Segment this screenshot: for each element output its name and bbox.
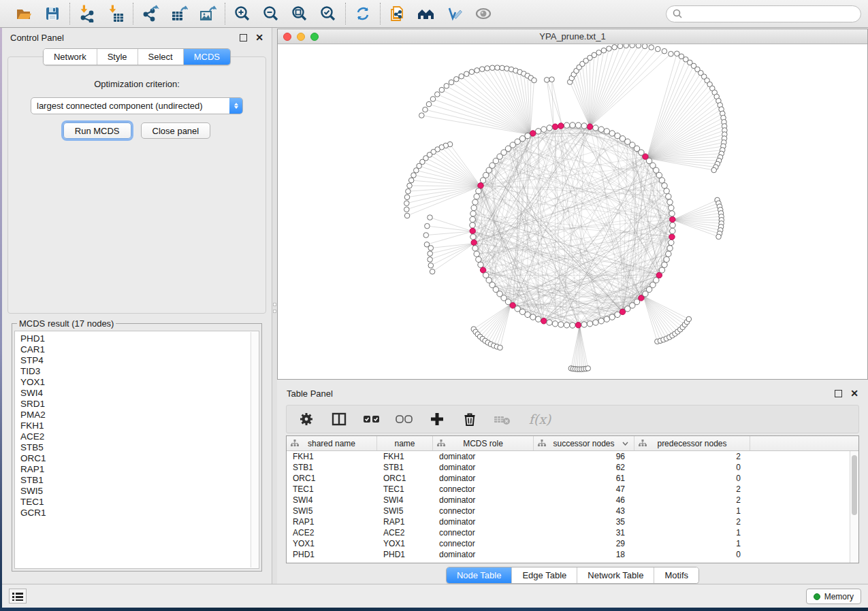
network-leaf-node[interactable] bbox=[495, 65, 500, 71]
node-table[interactable]: shared name name MCDS role successor nod… bbox=[286, 435, 859, 563]
network-node[interactable] bbox=[609, 131, 615, 136]
network-leaf-node[interactable] bbox=[435, 92, 440, 97]
network-leaf-node[interactable] bbox=[479, 67, 485, 72]
network-node[interactable] bbox=[670, 222, 675, 228]
network-node[interactable] bbox=[480, 178, 485, 183]
mcds-result-item[interactable]: RAP1 bbox=[20, 464, 253, 475]
mcds-result-item[interactable]: ORC1 bbox=[20, 453, 253, 464]
network-hub-node[interactable] bbox=[587, 124, 592, 129]
network-node[interactable] bbox=[615, 133, 620, 138]
network-leaf-node[interactable] bbox=[617, 44, 623, 49]
network-leaf-node[interactable] bbox=[407, 183, 413, 188]
network-node[interactable] bbox=[662, 183, 667, 188]
tab-style[interactable]: Style bbox=[97, 49, 138, 65]
network-leaf-node[interactable] bbox=[423, 233, 429, 238]
search-input[interactable] bbox=[686, 9, 854, 19]
network-leaf-node[interactable] bbox=[464, 71, 470, 77]
network-node[interactable] bbox=[470, 216, 475, 222]
network-hub-node[interactable] bbox=[530, 131, 536, 136]
mcds-result-item[interactable]: SWI4 bbox=[20, 388, 253, 399]
network-leaf-node[interactable] bbox=[428, 263, 434, 268]
network-leaf-node[interactable] bbox=[498, 345, 503, 350]
network-node[interactable] bbox=[564, 323, 569, 328]
network-leaf-node[interactable] bbox=[662, 48, 667, 54]
clone-network-icon[interactable] bbox=[387, 3, 408, 24]
apply-style-icon[interactable] bbox=[445, 3, 465, 24]
network-node[interactable] bbox=[604, 316, 609, 322]
network-node[interactable] bbox=[664, 257, 669, 262]
network-leaf-node[interactable] bbox=[426, 101, 432, 107]
mcds-result-item[interactable]: CAR1 bbox=[20, 344, 253, 355]
tab-select[interactable]: Select bbox=[138, 49, 183, 65]
export-image-icon[interactable] bbox=[197, 3, 218, 24]
network-leaf-node[interactable] bbox=[408, 178, 414, 183]
network-node[interactable] bbox=[593, 320, 598, 325]
network-node[interactable] bbox=[593, 125, 598, 131]
network-leaf-node[interactable] bbox=[636, 44, 641, 48]
network-leaf-node[interactable] bbox=[404, 213, 410, 218]
network-node[interactable] bbox=[570, 122, 575, 128]
network-node[interactable] bbox=[662, 262, 667, 267]
column-header-predecessor-nodes[interactable]: predecessor nodes bbox=[634, 436, 750, 450]
table-row[interactable]: SWI5SWI5connector431 bbox=[287, 506, 858, 516]
network-node[interactable] bbox=[476, 257, 481, 262]
add-column-icon[interactable] bbox=[428, 410, 446, 428]
tab-network[interactable]: Network bbox=[44, 49, 97, 65]
network-node[interactable] bbox=[604, 129, 609, 134]
network-leaf-node[interactable] bbox=[428, 257, 433, 263]
vertical-splitter[interactable] bbox=[272, 28, 277, 584]
network-leaf-node[interactable] bbox=[489, 65, 495, 71]
network-hub-node[interactable] bbox=[558, 123, 564, 129]
network-leaf-node[interactable] bbox=[686, 316, 692, 322]
column-header-shared-name[interactable]: shared name bbox=[287, 436, 377, 450]
zoom-out-icon[interactable] bbox=[261, 3, 281, 24]
network-leaf-node[interactable] bbox=[428, 215, 433, 220]
network-node[interactable] bbox=[667, 199, 673, 205]
network-graph[interactable] bbox=[278, 44, 867, 379]
network-node[interactable] bbox=[669, 205, 674, 210]
float-panel-icon[interactable] bbox=[240, 34, 247, 42]
import-network-icon[interactable] bbox=[77, 3, 97, 24]
network-leaf-node[interactable] bbox=[532, 78, 537, 83]
network-leaf-node[interactable] bbox=[444, 84, 449, 89]
network-leaf-node[interactable] bbox=[585, 366, 591, 371]
network-leaf-node[interactable] bbox=[549, 77, 555, 82]
split-panel-icon[interactable] bbox=[330, 410, 348, 428]
network-hub-node[interactable] bbox=[656, 272, 662, 278]
network-leaf-node[interactable] bbox=[711, 167, 717, 173]
network-leaf-node[interactable] bbox=[423, 107, 428, 112]
mcds-result-item[interactable]: TID3 bbox=[20, 366, 253, 377]
column-header-successor-nodes[interactable]: successor nodes bbox=[534, 436, 634, 450]
network-node[interactable] bbox=[474, 251, 479, 257]
mcds-result-item[interactable]: STP4 bbox=[20, 355, 253, 366]
network-node[interactable] bbox=[609, 314, 615, 320]
network-node[interactable] bbox=[575, 122, 581, 128]
network-window-titlebar[interactable]: YPA_prune.txt_1 bbox=[278, 29, 867, 44]
close-table-panel-icon[interactable]: ✕ bbox=[850, 389, 858, 398]
float-table-panel-icon[interactable] bbox=[835, 390, 842, 397]
deselect-all-checkboxes-icon[interactable] bbox=[396, 410, 413, 428]
network-leaf-node[interactable] bbox=[612, 45, 617, 50]
delete-column-icon[interactable] bbox=[461, 410, 479, 428]
network-leaf-node[interactable] bbox=[469, 69, 475, 75]
select-all-checkboxes-icon[interactable] bbox=[363, 410, 381, 428]
network-node[interactable] bbox=[547, 320, 552, 325]
network-leaf-node[interactable] bbox=[630, 44, 635, 48]
network-node[interactable] bbox=[476, 188, 481, 194]
table-row[interactable]: YOX1YOX1connector291 bbox=[287, 538, 858, 549]
network-leaf-node[interactable] bbox=[428, 251, 433, 257]
network-node[interactable] bbox=[470, 234, 476, 240]
table-row[interactable]: SWI4SWI4dominator462 bbox=[287, 495, 858, 506]
zoom-fit-icon[interactable] bbox=[289, 3, 310, 24]
home-networks-icon[interactable] bbox=[416, 3, 436, 24]
network-node[interactable] bbox=[530, 314, 536, 320]
network-node[interactable] bbox=[547, 125, 552, 131]
network-leaf-node[interactable] bbox=[430, 97, 436, 102]
network-hub-node[interactable] bbox=[552, 124, 558, 129]
network-node[interactable] bbox=[474, 194, 479, 199]
network-node[interactable] bbox=[536, 129, 541, 134]
network-leaf-node[interactable] bbox=[454, 77, 460, 82]
network-leaf-node[interactable] bbox=[601, 48, 607, 53]
network-leaf-node[interactable] bbox=[411, 173, 417, 178]
network-leaf-node[interactable] bbox=[449, 80, 454, 85]
